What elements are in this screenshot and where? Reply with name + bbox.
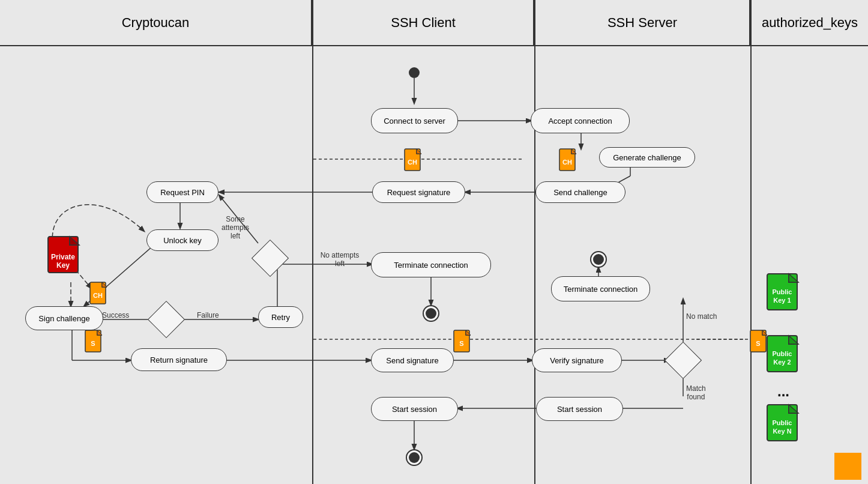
start-session-client-node: Start session bbox=[371, 397, 458, 421]
accept-connection-node: Accept connection bbox=[531, 108, 630, 133]
generate-challenge-node: Generate challenge bbox=[599, 147, 695, 168]
col-header-sshclient: SSH Client bbox=[312, 0, 534, 45]
start-session-server-node: Start session bbox=[536, 397, 623, 421]
request-pin-node: Request PIN bbox=[146, 181, 219, 203]
sshclient-label: SSH Client bbox=[391, 15, 456, 31]
svg-text:Public: Public bbox=[772, 288, 792, 295]
svg-text:S: S bbox=[459, 340, 463, 347]
some-attempts-label: Some attempts left bbox=[211, 215, 259, 240]
svg-text:Key 1: Key 1 bbox=[773, 297, 791, 304]
no-attempts-label: No attempts left bbox=[316, 251, 364, 268]
unlock-result-diamond bbox=[148, 301, 185, 338]
public-key-n-doc: Public Key N bbox=[765, 402, 807, 446]
svg-text:Public: Public bbox=[772, 419, 792, 426]
ch-doc-client: CH bbox=[403, 148, 425, 174]
terminate-conn-server-node: Terminate connection bbox=[551, 276, 650, 301]
start-state bbox=[409, 67, 420, 78]
verify-result-diamond bbox=[665, 342, 702, 379]
retry-node: Retry bbox=[258, 306, 303, 328]
ch-doc-cryptoucan: CH bbox=[89, 281, 110, 307]
svg-text:Key 2: Key 2 bbox=[773, 358, 791, 366]
success-label: Success bbox=[102, 311, 129, 319]
sshserver-label: SSH Server bbox=[607, 15, 677, 31]
attempts-diamond bbox=[252, 240, 289, 277]
s-doc-cryptoucan: S bbox=[84, 329, 106, 355]
orange-square bbox=[834, 453, 861, 480]
no-match-label: No match bbox=[686, 312, 717, 321]
public-key-1-doc: Public Key 1 bbox=[765, 271, 807, 315]
end-state-1 bbox=[423, 305, 439, 322]
unlock-key-node: Unlock key bbox=[146, 229, 219, 251]
svg-text:Key: Key bbox=[56, 261, 70, 270]
send-challenge-node: Send challenge bbox=[535, 181, 625, 203]
svg-text:Private: Private bbox=[51, 253, 75, 261]
dots-label: ... bbox=[777, 383, 789, 400]
col-header-authkeys: authorized_keys bbox=[750, 0, 868, 45]
svg-text:Key N: Key N bbox=[773, 428, 791, 435]
request-signature-node: Request signature bbox=[372, 181, 465, 203]
col-header-cryptoucan: Cryptoucan bbox=[0, 0, 312, 45]
public-key-2-doc: Public Key 2 bbox=[765, 333, 807, 377]
svg-text:CH: CH bbox=[93, 292, 103, 299]
svg-text:CH: CH bbox=[562, 159, 572, 166]
terminate-conn-client-node: Terminate connection bbox=[371, 252, 491, 277]
svg-text:CH: CH bbox=[408, 159, 417, 166]
s-doc-client: S bbox=[453, 329, 474, 355]
verify-signature-node: Verify signature bbox=[532, 348, 622, 372]
header-divider bbox=[0, 45, 868, 46]
end-state-3 bbox=[406, 449, 423, 466]
private-key-doc: Private Key bbox=[46, 234, 88, 278]
vdiv-3 bbox=[750, 45, 752, 484]
sign-challenge-node: Sign challenge bbox=[25, 306, 103, 330]
authkeys-label: authorized_keys bbox=[762, 15, 858, 31]
end-state-2 bbox=[590, 251, 607, 268]
diagram: Cryptoucan SSH Client SSH Server authori… bbox=[0, 0, 868, 484]
svg-text:S: S bbox=[91, 340, 95, 347]
ch-doc-server: CH bbox=[558, 148, 580, 174]
cryptoucan-label: Cryptoucan bbox=[122, 15, 190, 31]
return-signature-node: Return signature bbox=[131, 348, 227, 371]
svg-text:Public: Public bbox=[772, 350, 792, 357]
col-header-sshserver: SSH Server bbox=[534, 0, 750, 45]
vdiv-1 bbox=[312, 45, 313, 484]
match-found-label: Match found bbox=[686, 384, 706, 401]
send-signature-node: Send signature bbox=[371, 348, 454, 372]
connect-server-node: Connect to server bbox=[371, 108, 458, 133]
failure-label: Failure bbox=[197, 311, 219, 319]
svg-text:S: S bbox=[756, 340, 760, 347]
